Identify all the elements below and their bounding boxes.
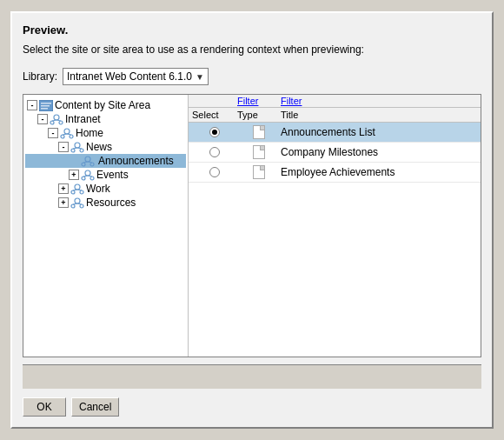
group-icon-news [70, 141, 84, 153]
svg-line-37 [73, 203, 77, 204]
svg-point-6 [59, 121, 63, 124]
table-row[interactable]: Employee Achievements [189, 163, 481, 183]
title-cell-1: Announcements List [281, 126, 477, 138]
svg-point-35 [71, 204, 75, 208]
svg-line-33 [77, 190, 82, 190]
group-icon-home [60, 127, 74, 139]
svg-point-10 [61, 135, 64, 138]
content-panel: Filter Filter Select Type Title Announce… [189, 95, 481, 357]
expander-intranet[interactable]: - [37, 114, 48, 124]
expander-home[interactable]: - [48, 128, 58, 138]
svg-point-24 [85, 170, 90, 176]
expander-news[interactable]: - [58, 142, 69, 152]
svg-point-26 [90, 177, 94, 180]
radio-button-1[interactable] [209, 127, 220, 137]
tree-item-intranet[interactable]: - Intranet [25, 112, 186, 126]
type-cell-1 [237, 125, 281, 139]
group-icon-announcements [81, 155, 95, 167]
tree-item-home[interactable]: - Home [25, 126, 186, 140]
svg-line-27 [83, 176, 88, 177]
svg-point-21 [90, 163, 94, 166]
svg-point-34 [75, 198, 80, 203]
tree-panel: - Content by Site Area - [23, 95, 189, 357]
main-area: - Content by Site Area - [23, 94, 481, 357]
radio-cell-1[interactable] [192, 127, 237, 137]
tree-label-intranet: Intranet [65, 113, 101, 125]
svg-point-5 [50, 121, 54, 124]
tree-label-events: Events [96, 169, 129, 181]
filter-title-link[interactable]: Filter [281, 96, 477, 106]
tree-item-resources[interactable]: + Resources [25, 196, 186, 210]
svg-point-29 [75, 184, 80, 190]
svg-point-11 [70, 135, 73, 138]
tree-item-events[interactable]: + Events [25, 168, 186, 182]
filter-type-link[interactable]: Filter [237, 96, 281, 106]
dialog-title: Preview. [23, 23, 481, 37]
col-header-select: Select [192, 110, 237, 120]
svg-line-18 [77, 148, 82, 149]
dialog-description: Select the site or site area to use as a… [23, 43, 481, 56]
col-header-title: Title [281, 110, 477, 120]
type-cell-2 [237, 145, 281, 159]
svg-line-28 [88, 176, 92, 177]
svg-point-36 [80, 204, 83, 208]
svg-line-22 [83, 162, 88, 163]
tree-item-news[interactable]: - News [25, 140, 186, 154]
doc-icon-3 [253, 165, 265, 179]
cancel-button[interactable]: Cancel [71, 397, 119, 417]
expander-root[interactable]: - [27, 100, 37, 110]
table-header: Select Type Title [189, 108, 481, 123]
svg-rect-3 [41, 108, 48, 110]
tree-label-work: Work [86, 183, 110, 195]
svg-line-32 [73, 190, 77, 190]
radio-button-3[interactable] [209, 167, 220, 177]
group-icon-resources [70, 197, 84, 209]
library-row: Library: Intranet Web Content 6.1.0 ▼ [23, 68, 481, 85]
tree-label-root: Content by Site Area [55, 99, 150, 111]
svg-line-7 [52, 120, 56, 121]
svg-point-25 [82, 177, 85, 180]
ok-button[interactable]: OK [23, 397, 66, 417]
expander-work[interactable]: + [58, 183, 69, 194]
doc-icon-1 [253, 125, 265, 139]
svg-point-16 [80, 149, 83, 152]
svg-point-14 [75, 143, 80, 148]
svg-line-8 [56, 120, 61, 121]
svg-point-30 [71, 190, 75, 194]
chevron-down-icon: ▼ [196, 72, 204, 82]
site-icon [39, 99, 53, 111]
tree-item-announcements[interactable]: Announcements [25, 154, 186, 168]
table-row[interactable]: Company Milestones [189, 143, 481, 163]
svg-point-9 [64, 129, 70, 134]
table-row[interactable]: Announcements List [189, 123, 481, 143]
group-icon-intranet [50, 113, 63, 125]
expander-resources[interactable]: + [58, 197, 69, 208]
radio-cell-2[interactable] [192, 147, 237, 157]
library-select-text: Intranet Web Content 6.1.0 [67, 70, 192, 83]
svg-line-17 [73, 148, 77, 149]
radio-cell-3[interactable] [192, 167, 237, 177]
svg-point-15 [71, 149, 75, 152]
svg-rect-2 [41, 105, 50, 107]
tree-item-work[interactable]: + Work [25, 182, 186, 196]
tree-label-news: News [86, 141, 112, 153]
tree-label-home: Home [76, 127, 103, 139]
library-select[interactable]: Intranet Web Content 6.1.0 ▼ [63, 68, 209, 85]
type-cell-3 [237, 165, 281, 179]
doc-icon-2 [253, 145, 265, 159]
title-cell-3: Employee Achievements [281, 166, 477, 178]
svg-point-19 [85, 157, 90, 162]
expander-events[interactable]: + [69, 170, 79, 180]
no-expander-announcements [69, 156, 79, 166]
button-row: OK Cancel [23, 397, 481, 417]
preview-dialog: Preview. Select the site or site area to… [10, 11, 494, 429]
tree-item-root[interactable]: - Content by Site Area [25, 98, 186, 112]
svg-point-31 [80, 190, 83, 194]
filter-row: Filter Filter [189, 95, 481, 108]
svg-line-12 [63, 134, 67, 135]
bottom-bar [23, 364, 481, 389]
svg-line-13 [67, 134, 71, 135]
radio-button-2[interactable] [209, 147, 220, 157]
tree-label-announcements: Announcements [96, 155, 176, 167]
tree-label-resources: Resources [86, 197, 136, 209]
